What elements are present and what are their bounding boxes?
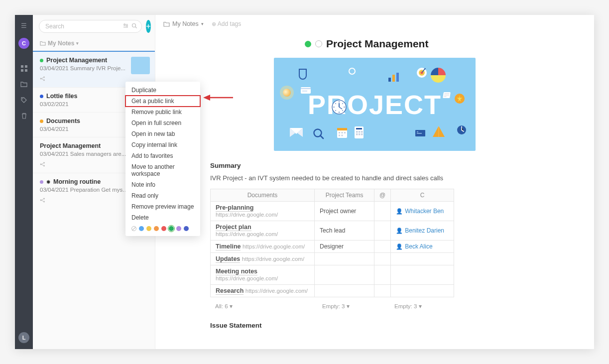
context-menu: DuplicateGet a public linkRemove public … [125, 82, 200, 236]
doc-cell: Timeline https://drive.google.com/ [211, 241, 315, 253]
svg-rect-17 [388, 78, 391, 82]
doc-cell: Research https://drive.google.com/ [211, 285, 315, 297]
color-swatch[interactable] [176, 226, 181, 231]
color-swatch[interactable] [161, 226, 166, 231]
svg-rect-37 [356, 128, 362, 129]
search-icon[interactable] [131, 23, 137, 30]
svg-rect-43 [361, 133, 363, 135]
menu-item[interactable]: Copy internal link [125, 139, 200, 150]
breadcrumb-folder: My Notes [172, 20, 199, 27]
svg-point-11 [40, 164, 42, 165]
table-footer-empty-1[interactable]: Empty: 3 ▾ [317, 303, 379, 310]
main-area: My Notes ▾ ⊕ Add tags Project Management [155, 15, 594, 349]
table-row[interactable]: Timeline https://drive.google.com/Design… [211, 241, 454, 253]
table-footer-all[interactable]: All: 6 ▾ [210, 303, 317, 310]
note-title-text: Documents [46, 118, 80, 124]
table-header: C [391, 189, 454, 202]
at-cell [374, 221, 391, 241]
color-row [125, 223, 200, 233]
svg-point-5 [124, 23, 125, 25]
svg-rect-35 [342, 135, 343, 136]
svg-rect-2 [21, 69, 23, 72]
at-cell [374, 202, 391, 221]
table-row[interactable]: Pre-planning https://drive.google.com/Pr… [211, 202, 454, 221]
user-avatar-bottom[interactable]: L [18, 332, 29, 343]
status-dot [40, 95, 43, 98]
contact-cell [391, 265, 454, 285]
folder-icon[interactable] [20, 81, 27, 88]
folder-label-text: My Notes [48, 40, 74, 47]
trash-icon[interactable] [20, 113, 27, 120]
note-prefix-icon: ✸ [46, 179, 50, 185]
sidebar-top: + [33, 15, 155, 37]
color-swatch[interactable] [146, 226, 151, 231]
main-topbar: My Notes ▾ ⊕ Add tags [155, 15, 594, 33]
table-header: Project Teams [314, 189, 374, 202]
svg-rect-3 [25, 69, 27, 72]
menu-item[interactable]: Read only [125, 190, 200, 201]
team-cell: Project owner [314, 202, 374, 221]
svg-rect-1 [25, 65, 27, 68]
color-none[interactable] [131, 226, 136, 231]
table-row[interactable]: Meeting notes https://drive.google.com/ [211, 265, 454, 285]
doc-cell: Project plan https://drive.google.com/ [211, 221, 315, 241]
svg-rect-18 [392, 75, 395, 82]
at-cell [374, 285, 391, 297]
icon-rail: ☰ C L [15, 15, 33, 349]
menu-item[interactable]: Duplicate [125, 85, 200, 96]
contact-cell [391, 253, 454, 265]
table-header: Documents [211, 189, 315, 202]
chevron-down-icon: ▾ [76, 41, 79, 46]
team-cell: Tech lead [314, 221, 374, 241]
table-row[interactable]: Project plan https://drive.google.com/Te… [211, 221, 454, 241]
workspace-avatar[interactable]: C [18, 38, 29, 49]
menu-item[interactable]: Move to another workspace [125, 161, 200, 179]
table-footer-empty-2[interactable]: Empty: 3 ▾ [379, 303, 454, 310]
svg-rect-39 [359, 131, 361, 133]
menu-item[interactable]: Delete [125, 212, 200, 223]
status-dot [40, 59, 43, 62]
search-box[interactable] [39, 20, 142, 33]
add-tags-button[interactable]: ⊕ Add tags [212, 20, 241, 27]
face-icon [315, 40, 322, 47]
menu-item[interactable]: Open in new tab [125, 128, 200, 139]
svg-rect-42 [359, 133, 361, 135]
tag-icon[interactable] [20, 97, 27, 104]
color-swatch[interactable] [184, 226, 189, 231]
svg-rect-33 [344, 132, 346, 133]
svg-rect-30 [337, 128, 347, 130]
menu-icon[interactable]: ☰ [20, 22, 27, 29]
menu-item[interactable]: Remove preview image [125, 201, 200, 212]
note-title-text: Project Management [40, 142, 101, 149]
color-swatch[interactable] [154, 226, 159, 231]
color-swatch[interactable] [169, 226, 174, 231]
table-row[interactable]: Research https://drive.google.com/ [211, 285, 454, 297]
team-cell [314, 253, 374, 265]
menu-item[interactable]: Open in full screen [125, 118, 200, 128]
note-title-text: Lottie files [46, 93, 78, 100]
table-row[interactable]: Updates https://drive.google.com/ [211, 253, 454, 265]
summary-text: IVR Project - an IVT system needed to be… [210, 174, 443, 182]
filter-icon[interactable] [123, 23, 128, 30]
svg-rect-0 [21, 65, 23, 68]
breadcrumb[interactable]: My Notes ▾ [163, 20, 204, 27]
menu-item[interactable]: Note info [125, 179, 200, 190]
contact-cell [391, 285, 454, 297]
contact-cell: 👤Benitez Darien [391, 221, 454, 241]
menu-item[interactable]: Add to favorites [125, 150, 200, 161]
menu-item[interactable]: Remove public link [125, 107, 200, 118]
data-table: DocumentsProject Teams@C Pre-planning ht… [210, 189, 454, 297]
status-dot [40, 180, 43, 184]
menu-item[interactable]: Get a public link [125, 96, 200, 107]
team-cell [314, 285, 374, 297]
color-swatch[interactable] [139, 226, 144, 231]
svg-rect-41 [356, 133, 358, 135]
folder-breadcrumb[interactable]: My Notes ▾ [33, 37, 155, 51]
document-body: Project Management [155, 33, 594, 349]
grid-icon[interactable] [20, 65, 27, 72]
add-note-button[interactable]: + [146, 20, 151, 33]
doc-cell: Meeting notes https://drive.google.com/ [211, 265, 315, 285]
search-input[interactable] [45, 23, 120, 30]
document-title-text: Project Management [326, 38, 428, 50]
issue-heading: Issue Statement [210, 322, 262, 329]
